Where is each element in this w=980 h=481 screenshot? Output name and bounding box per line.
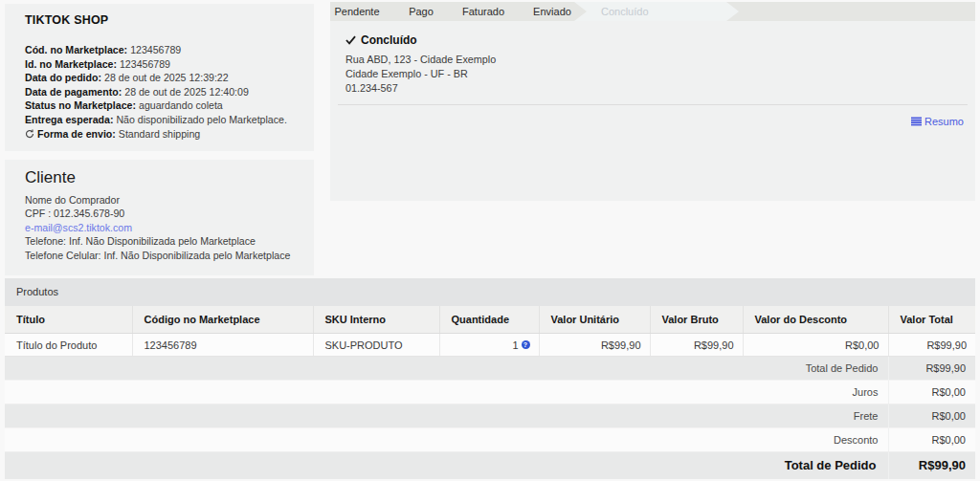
sync-icon	[25, 129, 34, 139]
list-icon	[911, 117, 922, 126]
order-status-stepper: Pendente Pago Faturado Enviado Concluído	[330, 2, 975, 21]
products-table: Título Código no Marketplace SKU Interno…	[5, 306, 975, 479]
field-order-date: Data do pedido:28 de out de 2025 12:39:2…	[25, 71, 299, 85]
summary-row-grand-total: Total de Pedido R$99,90	[5, 452, 975, 479]
step-concluido-current[interactable]: Concluído	[574, 2, 739, 21]
col-valor-total: Valor Total	[888, 306, 975, 334]
field-marketplace-id: Id. no Marketplace:123456789	[25, 57, 299, 72]
cell-valor-desconto: R$0,00	[743, 334, 888, 357]
customer-card: Cliente Nome do Comprador CPF : 012.345.…	[5, 160, 314, 275]
step-enviado[interactable]: Enviado	[533, 2, 571, 21]
field-marketplace-status: Status no Marketplace:aguardando coleta	[25, 98, 299, 113]
product-row: Título do Produto 123456789 SKU-PRODUTO …	[5, 334, 975, 357]
cell-valor-bruto: R$99,90	[650, 334, 743, 357]
order-status-panel: Pendente Pago Faturado Enviado Concluído…	[330, 2, 975, 201]
col-valor-desconto: Valor do Desconto	[743, 306, 888, 334]
col-valor-unitario: Valor Unitário	[539, 306, 650, 334]
products-header-row: Título Código no Marketplace SKU Interno…	[5, 306, 975, 334]
cell-sku: SKU-PRODUTO	[313, 334, 439, 357]
info-icon[interactable]: ?	[522, 340, 530, 349]
cell-valor-unitario: R$99,90	[539, 334, 650, 357]
customer-name: Nome do Comprador	[25, 193, 299, 207]
field-payment-date: Data de pagamento:28 de out de 2025 12:4…	[25, 85, 299, 99]
summary-row-juros: Juros R$0,00	[5, 381, 975, 404]
resumo-link[interactable]: Resumo	[911, 116, 964, 127]
address-zip: 01.234-567	[345, 81, 398, 96]
customer-email-link[interactable]: e-mail@scs2.tiktok.com	[25, 221, 299, 234]
step-faturado[interactable]: Faturado	[462, 2, 504, 21]
products-section: Produtos Título Código no Marketplace SK…	[5, 278, 975, 479]
status-heading: Concluído	[345, 33, 417, 47]
step-pendente[interactable]: Pendente	[334, 2, 379, 21]
customer-cpf: CPF : 012.345.678-90	[25, 207, 299, 220]
customer-phone: Telefone: Inf. Não Disponibilizada pelo …	[25, 234, 299, 248]
field-shipping-method: Forma de envio:Standard shipping	[25, 127, 299, 142]
address-line: Rua ABD, 123 - Cidade Exemplo	[345, 53, 496, 67]
summary-row-total-pedido: Total de Pedido R$99,90	[5, 357, 975, 381]
address-line: Cidade Exemplo - UF - BR	[345, 67, 468, 81]
summary-row-desconto: Desconto R$0,00	[5, 428, 975, 452]
cell-titulo: Título do Produto	[5, 334, 132, 357]
products-section-title: Produtos	[5, 278, 975, 306]
customer-mobile: Telefone Celular: Inf. Não Disponibiliza…	[25, 249, 299, 262]
field-marketplace-code: Cód. no Marketplace:123456789	[25, 43, 299, 57]
marketplace-title: TIKTOK SHOP	[25, 13, 299, 27]
col-codigo: Código no Marketplace	[132, 306, 313, 334]
col-quantidade: Quantidade	[439, 306, 539, 334]
order-detail-page: TIKTOK SHOP Cód. no Marketplace:12345678…	[0, 0, 980, 481]
customer-title: Cliente	[25, 168, 299, 187]
cell-valor-total: R$99,90	[888, 334, 975, 357]
marketplace-info-card: TIKTOK SHOP Cód. no Marketplace:12345678…	[5, 4, 314, 151]
cell-quantidade: 1 ?	[439, 334, 539, 357]
step-pago[interactable]: Pago	[409, 2, 434, 21]
check-icon	[345, 35, 356, 45]
col-valor-bruto: Valor Bruto	[650, 306, 743, 334]
field-expected-delivery: Entrega esperada:Não disponibilizado pel…	[25, 113, 299, 127]
summary-row-frete: Frete R$0,00	[5, 404, 975, 428]
col-sku: SKU Interno	[313, 306, 439, 334]
cell-codigo: 123456789	[132, 334, 313, 357]
panel-divider	[338, 104, 968, 105]
col-titulo: Título	[5, 306, 132, 334]
